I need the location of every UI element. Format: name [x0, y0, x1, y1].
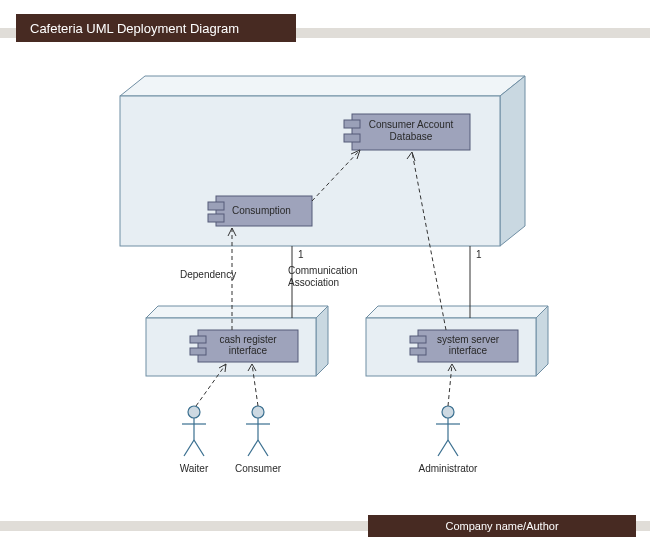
svg-line-24: [184, 440, 194, 456]
label-one-b: 1: [476, 249, 482, 260]
component-consumer-database: Consumer Account Database: [344, 114, 470, 150]
svg-marker-9: [146, 306, 328, 318]
svg-rect-5: [344, 134, 360, 142]
svg-rect-8: [208, 214, 224, 222]
svg-marker-0: [120, 76, 525, 96]
footer-author: Company name/Author: [368, 515, 636, 537]
component-system-server: system server interface: [410, 330, 518, 362]
svg-point-26: [252, 406, 264, 418]
svg-rect-7: [208, 202, 224, 210]
svg-line-29: [248, 440, 258, 456]
svg-line-35: [448, 440, 458, 456]
svg-marker-1: [500, 76, 525, 246]
diagram-title: Cafeteria UML Deployment Diagram: [16, 14, 296, 42]
svg-marker-10: [316, 306, 328, 376]
diagram-canvas: Consumer Account Database Consumption ca…: [0, 56, 650, 511]
label-consumer-db-2: Database: [390, 131, 433, 142]
svg-rect-19: [410, 336, 426, 343]
svg-point-31: [442, 406, 454, 418]
label-cash-register-1: cash register: [219, 334, 277, 345]
uml-deployment-svg: Consumer Account Database Consumption ca…: [0, 56, 650, 516]
label-dependency: Dependency: [180, 269, 236, 280]
svg-marker-16: [536, 306, 548, 376]
label-consumer-db-1: Consumer Account: [369, 119, 454, 130]
svg-line-25: [194, 440, 204, 456]
label-one-a: 1: [298, 249, 304, 260]
actor-consumer: Consumer: [235, 406, 282, 474]
label-administrator: Administrator: [419, 463, 479, 474]
label-consumption: Consumption: [232, 205, 291, 216]
svg-rect-13: [190, 336, 206, 343]
label-consumer: Consumer: [235, 463, 282, 474]
svg-marker-15: [366, 306, 548, 318]
label-cash-register-2: interface: [229, 345, 268, 356]
component-consumption: Consumption: [208, 196, 312, 226]
label-system-server-2: interface: [449, 345, 488, 356]
svg-line-30: [258, 440, 268, 456]
svg-rect-20: [410, 348, 426, 355]
svg-point-21: [188, 406, 200, 418]
actor-waiter: Waiter: [180, 406, 209, 474]
component-cash-register: cash register interface: [190, 330, 298, 362]
actor-administrator: Administrator: [419, 406, 479, 474]
svg-rect-14: [190, 348, 206, 355]
svg-line-34: [438, 440, 448, 456]
label-comm-2: Association: [288, 277, 339, 288]
label-system-server-1: system server: [437, 334, 500, 345]
svg-rect-4: [344, 120, 360, 128]
node-main: [120, 76, 525, 246]
label-comm-1: Communication: [288, 265, 357, 276]
label-waiter: Waiter: [180, 463, 209, 474]
